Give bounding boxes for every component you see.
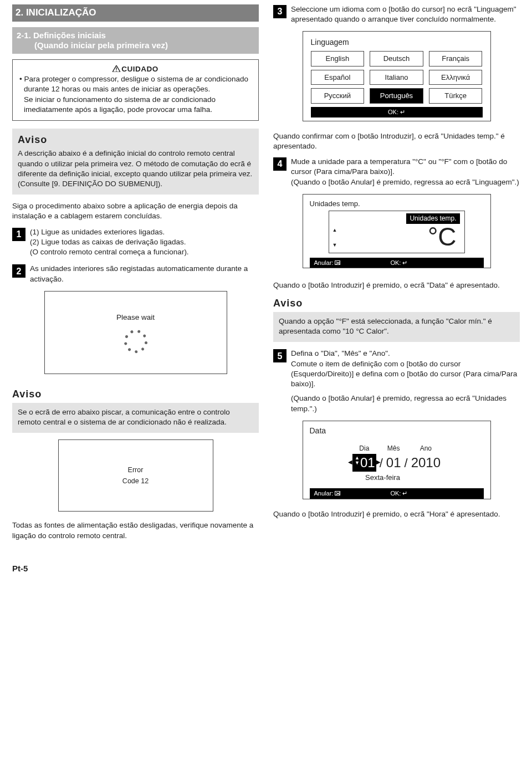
day-label: Dia: [352, 444, 376, 453]
screen-footer: Anular: OK:: [310, 488, 484, 499]
error-line1: Error: [128, 466, 144, 475]
caution-heading: CUIDADO: [18, 64, 253, 74]
ok-label: OK:: [390, 259, 407, 267]
notice-heading: Aviso: [273, 296, 520, 310]
step-1: 1 (1) Ligue as unidades exteriores ligad…: [12, 227, 259, 258]
date-separator: /: [405, 455, 408, 472]
year-value: 2010: [411, 454, 441, 472]
lang-option-portugues-selected[interactable]: Português: [370, 88, 423, 104]
arrow-updown-icon: ▲▼: [355, 456, 360, 466]
screen-language: Linguagem English Deutsch Français Españ…: [303, 31, 491, 121]
cancel-icon: [335, 260, 340, 265]
step1-line3: (O controlo remoto central começa a func…: [30, 247, 259, 257]
screen-error: Error Code 12: [58, 439, 213, 512]
step-3: 3 Seleccione um idioma com o [botão do c…: [273, 4, 520, 24]
cancel-label: Anular:: [314, 259, 341, 267]
enter-icon: [400, 109, 405, 115]
notice-heading: Aviso: [18, 133, 253, 146]
notice-body: Quando a opção "°F" está seleccionada, a…: [279, 316, 514, 336]
arrow-up-icon: ▲: [332, 227, 337, 233]
year-label: Ano: [411, 444, 441, 453]
day-value: 01: [360, 455, 375, 470]
screen-title: Unidades temp.: [310, 199, 484, 209]
screen-footer: OK:: [311, 107, 483, 117]
caution-text-1: • Para proteger o compressor, desligue o…: [18, 74, 253, 94]
arrow-right-icon: ▶: [376, 458, 381, 466]
caution-box: CUIDADO • Para proteger o compressor, de…: [12, 59, 259, 121]
subsection-title: 2-1. Definições iniciais (Quando iniciar…: [12, 27, 259, 54]
date-year-field[interactable]: Ano 2010: [411, 444, 441, 472]
lang-option-espanol[interactable]: Español: [311, 70, 365, 85]
step-number-badge: 1: [12, 228, 25, 241]
svg-point-1: [116, 70, 117, 71]
step5-line2: Comute o item de definição com o [botão …: [291, 359, 520, 390]
step4-line2: (Quando o [botão Anular] é premido, regr…: [291, 177, 520, 187]
error-line2: Code 12: [122, 477, 149, 486]
lang-option-francais[interactable]: Français: [429, 51, 483, 67]
step-4: 4 Mude a unidade para a temperatura "°C"…: [273, 157, 520, 187]
enter-icon: [402, 490, 407, 497]
ok-label: OK:: [388, 108, 405, 116]
cancel-icon: [335, 491, 340, 495]
notice-box-2: Se o ecrã de erro abaixo piscar, a comun…: [12, 403, 259, 433]
step3-body: Seleccione um idioma com o [botão do cur…: [291, 4, 520, 24]
lang-option-greek[interactable]: Ελληνικά: [429, 70, 483, 85]
notice-box-1: Aviso A descrição abaixo é a definição i…: [12, 129, 259, 195]
cancel-label: Anular:: [314, 489, 341, 498]
step1-line2: (2) Ligue todas as caixas de derivação l…: [30, 237, 259, 247]
after-lang-text: Quando confirmar com o [botão Introduzir…: [273, 131, 520, 151]
screen-date: Data Dia ◀▶▲▼ 01 / Mês 01 / Ano 2010: [303, 421, 491, 499]
after-temp-text: Quando o [botão Introduzir] é premido, o…: [273, 280, 520, 290]
step4-line1: Mude a unidade para a temperatura "°C" o…: [291, 157, 520, 177]
screen-title: Data: [310, 426, 484, 436]
arrow-left-icon: ◀: [348, 458, 352, 466]
step-number-badge: 4: [273, 157, 287, 171]
after-date-text: Quando o [botão Introduzir] é premido, o…: [273, 509, 520, 519]
please-wait-text: Please wait: [116, 313, 155, 323]
warning-triangle-icon: [112, 65, 120, 72]
lang-option-english[interactable]: English: [311, 51, 365, 67]
date-day-field[interactable]: Dia ◀▶▲▼ 01: [352, 444, 376, 472]
spinner-icon: [125, 330, 147, 352]
notice-heading: Aviso: [12, 387, 259, 401]
month-value: 01: [386, 454, 401, 472]
step-5: 5 Defina o "Dia", "Mês" e "Ano". Comute …: [273, 349, 520, 413]
step-number-badge: 5: [273, 349, 287, 362]
step1-line1: (1) Ligue as unidades exteriores ligadas…: [30, 227, 259, 237]
enter-icon: [402, 259, 407, 266]
arrow-down-icon: ▼: [332, 242, 337, 248]
intro-paragraph: Siga o procedimento abaixo sobre a aplic…: [12, 201, 259, 221]
subtitle-line2: (Quando iniciar pela primeira vez): [17, 40, 254, 50]
caution-text-2: Se iniciar o funcionamento do sistema de…: [18, 95, 253, 115]
step-number-badge: 2: [12, 264, 25, 278]
step5-line3: (Quando o [botão Anular] é premido, regr…: [291, 393, 520, 413]
subtitle-line1: 2-1. Definições iniciais: [17, 30, 106, 40]
notice-body: Se o ecrã de erro abaixo piscar, a comun…: [18, 407, 253, 427]
lang-option-turkce[interactable]: Türkçe: [429, 88, 483, 104]
page-number: Pt-5: [12, 563, 520, 574]
step2-body: As unidades interiores são registadas au…: [30, 264, 259, 284]
screen-temp-units: Unidades temp. Unidades temp. ▲ ▼ °C Anu…: [303, 194, 491, 269]
lang-option-deutsch[interactable]: Deutsch: [370, 51, 423, 67]
screen-title: Linguagem: [311, 37, 483, 48]
lang-option-italiano[interactable]: Italiano: [370, 70, 423, 85]
month-label: Mês: [386, 444, 401, 453]
ok-label: OK:: [390, 489, 407, 498]
date-month-field[interactable]: Mês 01: [386, 444, 401, 472]
temp-unit-value: °C: [334, 224, 460, 249]
after-error-text: Todas as fontes de alimentação estão des…: [12, 520, 259, 540]
caution-label: CUIDADO: [121, 65, 158, 73]
screen-please-wait: Please wait: [44, 291, 227, 374]
screen-footer: Anular: OK:: [310, 258, 484, 268]
lang-option-russian[interactable]: Русский: [311, 88, 365, 104]
notice-box-3: Quando a opção "°F" está seleccionada, a…: [273, 312, 520, 342]
step-number-badge: 3: [273, 5, 287, 18]
step-2: 2 As unidades interiores são registadas …: [12, 264, 259, 284]
weekday-label: Sexta-feira: [282, 473, 484, 483]
step5-line1: Defina o "Dia", "Mês" e "Ano".: [291, 349, 520, 359]
section-title: 2. INICIALIZAÇÃO: [12, 4, 259, 22]
notice-body: A descrição abaixo é a definição inicial…: [18, 149, 253, 189]
